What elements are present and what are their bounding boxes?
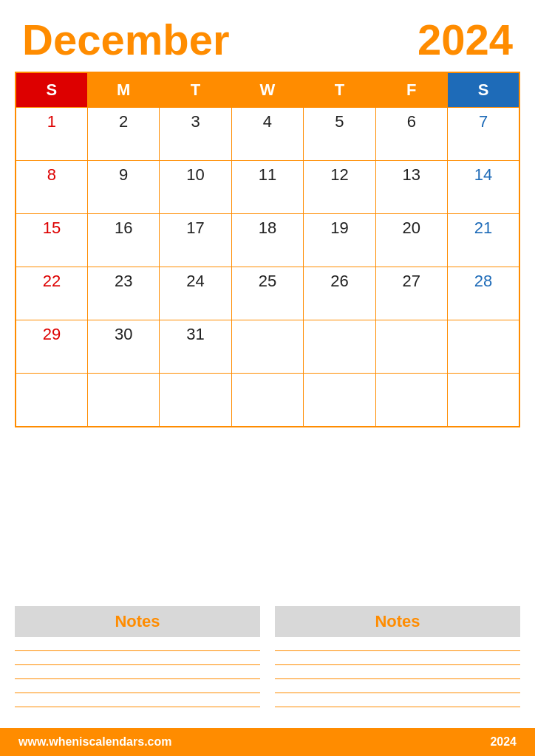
calendar-day [231, 374, 303, 427]
calendar-day: 29 [16, 320, 87, 374]
calendar-day: 13 [375, 161, 447, 214]
footer-year: 2024 [490, 735, 517, 749]
calendar-day: 30 [87, 320, 159, 374]
notes-right-line-2 [275, 664, 520, 665]
calendar-day: 7 [448, 108, 519, 161]
calendar-day: 8 [16, 161, 87, 214]
calendar-day: 20 [375, 214, 447, 267]
calendar-day: 25 [231, 267, 303, 320]
notes-left-header: Notes [15, 606, 260, 637]
header: December 2024 [0, 0, 535, 72]
calendar-day: 17 [160, 214, 231, 267]
notes-line-2 [15, 664, 260, 665]
calendar-day: 15 [16, 214, 87, 267]
notes-line-4 [15, 693, 260, 693]
col-header-thursday: T [304, 72, 375, 108]
calendar-day: 5 [304, 108, 375, 161]
col-header-sunday: S [16, 72, 87, 108]
calendar-row: 15161718192021 [16, 214, 519, 267]
col-header-saturday: S [448, 72, 519, 108]
calendar-day: 3 [160, 108, 231, 161]
notes-right-header: Notes [275, 606, 520, 637]
calendar-day: 14 [448, 161, 519, 214]
calendar-day: 22 [16, 267, 87, 320]
footer-website: www.wheniscalendars.com [18, 735, 171, 749]
col-header-tuesday: T [160, 72, 231, 108]
calendar-header-row: S M T W T F S [16, 72, 519, 108]
calendar-day: 1 [16, 108, 87, 161]
page: December 2024 S M T W T F S 123456789101… [0, 0, 535, 756]
calendar-day: 27 [375, 267, 447, 320]
year-title: 2024 [418, 15, 513, 64]
calendar-day: 11 [231, 161, 303, 214]
calendar-day: 12 [304, 161, 375, 214]
calendar-row: 891011121314 [16, 161, 519, 214]
calendar-day: 23 [87, 267, 159, 320]
notes-right-line-1 [275, 650, 520, 651]
calendar-day [448, 320, 519, 374]
calendar-day: 16 [87, 214, 159, 267]
calendar-day [160, 374, 231, 427]
calendar-day [16, 374, 87, 427]
notes-right-line-5 [275, 707, 520, 707]
calendar-body: 1234567891011121314151617181920212223242… [16, 108, 519, 427]
calendar-day: 10 [160, 161, 231, 214]
calendar-day [448, 374, 519, 427]
calendar-day: 26 [304, 267, 375, 320]
calendar-day: 28 [448, 267, 519, 320]
notes-left: Notes [15, 606, 260, 721]
calendar-day: 19 [304, 214, 375, 267]
notes-right-line-3 [275, 678, 520, 679]
col-header-friday: F [375, 72, 447, 108]
calendar-table: S M T W T F S 12345678910111213141516171… [15, 72, 520, 427]
footer: www.wheniscalendars.com 2024 [0, 728, 535, 756]
calendar-day: 6 [375, 108, 447, 161]
calendar-day: 18 [231, 214, 303, 267]
calendar-row [16, 374, 519, 427]
calendar-day [375, 320, 447, 374]
calendar-row: 293031 [16, 320, 519, 374]
calendar-container: S M T W T F S 12345678910111213141516171… [0, 72, 535, 595]
calendar-day [231, 320, 303, 374]
notes-right-line-4 [275, 693, 520, 693]
calendar-day [304, 374, 375, 427]
calendar-day [304, 320, 375, 374]
calendar-day: 4 [231, 108, 303, 161]
calendar-day: 31 [160, 320, 231, 374]
notes-section: Notes Notes [0, 595, 535, 728]
notes-right: Notes [275, 606, 520, 721]
notes-line-5 [15, 707, 260, 707]
month-title: December [22, 15, 229, 64]
notes-line-1 [15, 650, 260, 651]
calendar-row: 1234567 [16, 108, 519, 161]
calendar-day: 24 [160, 267, 231, 320]
calendar-day [87, 374, 159, 427]
col-header-monday: M [87, 72, 159, 108]
notes-line-3 [15, 678, 260, 679]
calendar-day: 9 [87, 161, 159, 214]
calendar-day: 2 [87, 108, 159, 161]
calendar-day [375, 374, 447, 427]
col-header-wednesday: W [231, 72, 303, 108]
calendar-row: 22232425262728 [16, 267, 519, 320]
calendar-day: 21 [448, 214, 519, 267]
